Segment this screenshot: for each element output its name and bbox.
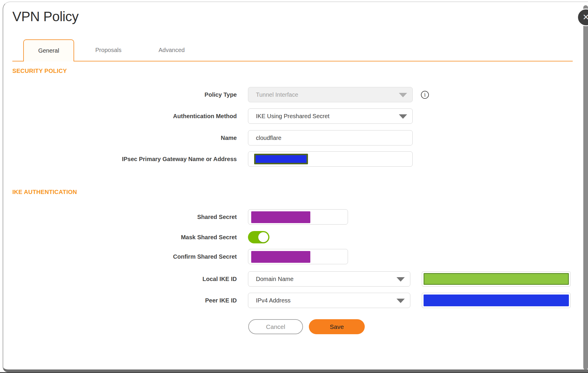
auth-method-row: Authentication Method IKE Using Preshare… — [12, 108, 588, 124]
save-button[interactable]: Save — [309, 319, 365, 334]
local-ike-id-select[interactable]: Domain Name — [248, 271, 410, 287]
name-input[interactable] — [248, 130, 413, 145]
name-row: Name — [12, 130, 588, 145]
chevron-down-icon — [397, 277, 405, 282]
peer-ike-id-type-value: IPv4 Address — [256, 297, 291, 304]
shared-secret-label: Shared Secret — [12, 214, 237, 220]
vpn-policy-dialog: VPN Policy General Proposals Advanced SE… — [3, 1, 588, 372]
auth-method-label: Authentication Method — [12, 113, 237, 120]
section-ike-authentication: IKE AUTHENTICATION — [12, 188, 588, 196]
redacted-local-ike-id-value — [424, 273, 569, 285]
info-icon[interactable]: i — [421, 91, 429, 99]
shared-secret-row: Shared Secret — [12, 209, 588, 225]
page-title: VPN Policy — [12, 9, 588, 24]
cancel-button[interactable]: Cancel — [248, 319, 303, 334]
scrollbar[interactable] — [583, 5, 588, 370]
tab-bar: General Proposals Advanced — [12, 39, 573, 61]
chevron-down-icon — [399, 114, 407, 119]
confirm-shared-secret-input[interactable] — [248, 249, 348, 264]
chevron-down-icon — [399, 93, 407, 97]
section-security-policy: SECURITY POLICY — [12, 67, 588, 75]
mask-shared-secret-row: Mask Shared Secret — [12, 231, 588, 243]
redacted-gateway-value — [254, 154, 308, 164]
redacted-peer-ike-id-value — [424, 295, 569, 306]
redacted-shared-secret-value — [251, 211, 310, 223]
shared-secret-input[interactable] — [248, 209, 348, 225]
tab-advanced[interactable]: Advanced — [146, 39, 197, 61]
confirm-shared-secret-label: Confirm Shared Secret — [12, 253, 237, 260]
auth-method-value: IKE Using Preshared Secret — [256, 113, 329, 120]
mask-shared-secret-label: Mask Shared Secret — [12, 234, 237, 241]
tab-general[interactable]: General — [23, 39, 74, 61]
action-buttons: Cancel Save — [248, 319, 588, 334]
policy-type-select: Tunnel Interface — [248, 87, 413, 102]
local-ike-id-input[interactable] — [422, 271, 571, 287]
tab-proposals[interactable]: Proposals — [83, 39, 134, 61]
policy-type-value: Tunnel Interface — [256, 91, 298, 98]
gateway-row: IPsec Primary Gateway Name or Address — [12, 151, 588, 167]
gateway-input[interactable] — [248, 151, 413, 167]
auth-method-select[interactable]: IKE Using Preshared Secret — [248, 108, 413, 124]
gateway-label: IPsec Primary Gateway Name or Address — [12, 156, 237, 163]
redacted-confirm-shared-secret-value — [251, 251, 310, 263]
peer-ike-id-row: Peer IKE ID IPv4 Address — [12, 293, 588, 308]
local-ike-id-label: Local IKE ID — [12, 276, 237, 282]
confirm-shared-secret-row: Confirm Shared Secret — [12, 249, 588, 264]
peer-ike-id-label: Peer IKE ID — [12, 297, 237, 304]
mask-shared-secret-toggle[interactable] — [248, 231, 269, 243]
policy-type-label: Policy Type — [12, 91, 237, 98]
policy-type-row: Policy Type Tunnel Interface i — [12, 87, 588, 102]
name-label: Name — [12, 135, 237, 141]
peer-ike-id-input[interactable] — [422, 293, 571, 308]
chevron-down-icon — [397, 299, 405, 303]
peer-ike-id-select[interactable]: IPv4 Address — [248, 293, 410, 308]
local-ike-id-row: Local IKE ID Domain Name — [12, 271, 588, 287]
toggle-knob — [258, 232, 268, 242]
local-ike-id-type-value: Domain Name — [256, 276, 294, 282]
